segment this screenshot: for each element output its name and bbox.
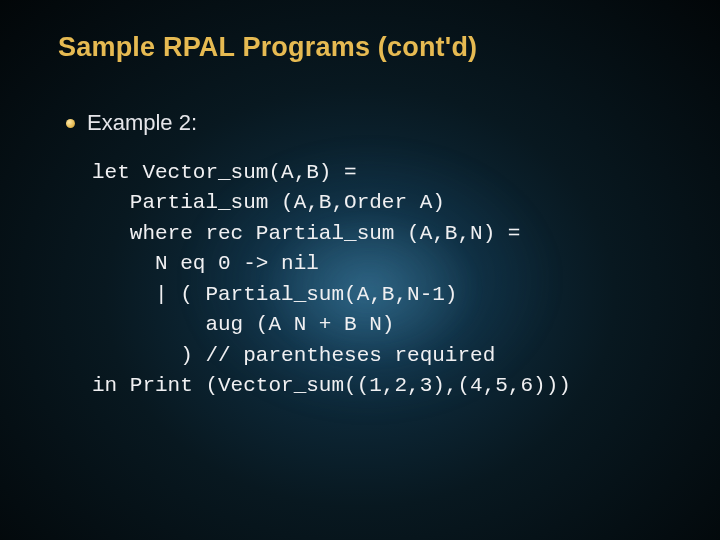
- code-line: let Vector_sum(A,B) =: [92, 161, 357, 184]
- code-line: where rec Partial_sum (A,B,N) =: [92, 222, 520, 245]
- bullet-dot-icon: [66, 119, 75, 128]
- code-line: aug (A N + B N): [92, 313, 394, 336]
- code-block: let Vector_sum(A,B) = Partial_sum (A,B,O…: [92, 158, 571, 402]
- code-line: ) // parentheses required: [92, 344, 495, 367]
- code-line: Partial_sum (A,B,Order A): [92, 191, 445, 214]
- bullet-text: Example 2:: [87, 110, 197, 136]
- code-line: N eq 0 -> nil: [92, 252, 319, 275]
- code-line: | ( Partial_sum(A,B,N-1): [92, 283, 457, 306]
- slide-title: Sample RPAL Programs (cont'd): [58, 32, 477, 63]
- code-line: in Print (Vector_sum((1,2,3),(4,5,6))): [92, 374, 571, 397]
- bullet-item: Example 2:: [66, 110, 197, 136]
